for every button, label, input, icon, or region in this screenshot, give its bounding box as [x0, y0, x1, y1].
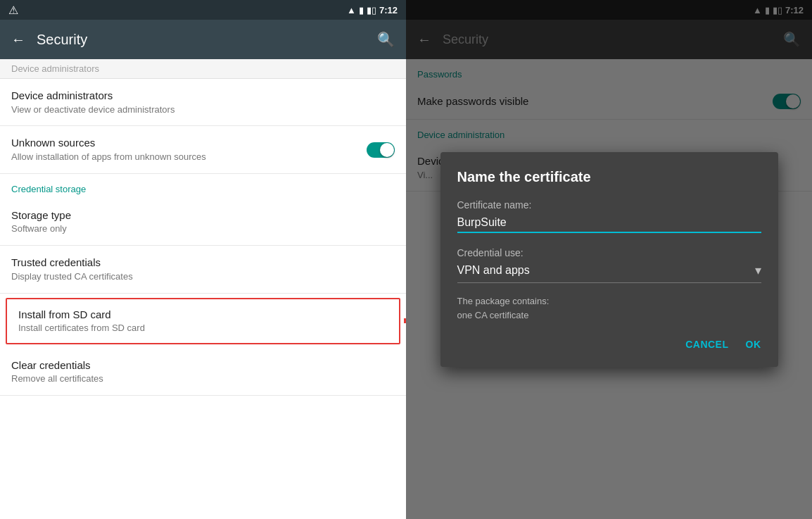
back-icon[interactable]: ←: [11, 32, 25, 48]
chevron-down-icon: ▾: [755, 263, 761, 278]
install-sd-inner: Install from SD card Install certificate…: [7, 299, 399, 343]
storage-type-subtitle: Software only: [11, 223, 395, 235]
left-toolbar: ← Security 🔍: [0, 20, 406, 59]
unknown-sources-title: Unknown sources: [11, 136, 206, 150]
section-header-device-admin-faded: Device administrators: [0, 59, 406, 79]
unknown-sources-toggle[interactable]: [367, 142, 395, 158]
left-settings-list: Device administrators Device administrat…: [0, 59, 406, 519]
toggle-knob: [380, 143, 394, 157]
unknown-sources-text: Unknown sources Allow installation of ap…: [11, 136, 206, 163]
clear-credentials-subtitle: Remove all certificates: [11, 373, 395, 385]
dialog-buttons: CANCEL OK: [457, 339, 761, 350]
unknown-sources-subtitle: Allow installation of apps from unknown …: [11, 151, 206, 163]
cert-name-input[interactable]: [457, 216, 761, 229]
cert-name-label: Certificate name:: [457, 199, 761, 211]
list-item-storage-type[interactable]: Storage type Software only: [0, 199, 406, 246]
wifi-icon: ▲: [347, 5, 356, 15]
trusted-credentials-title: Trusted credentials: [11, 256, 395, 270]
search-icon[interactable]: 🔍: [377, 31, 395, 48]
warning-icon: ⚠: [8, 4, 18, 17]
cancel-button[interactable]: CANCEL: [685, 339, 728, 350]
credential-use-label: Credential use:: [457, 247, 761, 258]
page-title: Security: [37, 32, 366, 48]
ok-button[interactable]: OK: [746, 339, 761, 350]
clear-credentials-title: Clear credentials: [11, 358, 395, 373]
credential-storage-label: Credential storage: [0, 174, 406, 199]
left-status-left: ⚠: [8, 4, 18, 17]
cert-name-input-wrapper: [457, 216, 761, 233]
battery-icon: ▮▯: [367, 5, 376, 15]
list-item-unknown-sources[interactable]: Unknown sources Allow installation of ap…: [0, 126, 406, 173]
dialog-title: Name the certificate: [457, 169, 761, 185]
right-panel: ▲ ▮ ▮▯ 7:12 ← Security 🔍 Passwords Make …: [406, 0, 812, 519]
install-sd-title: Install from SD card: [18, 308, 388, 322]
package-info: The package contains: one CA certificate: [457, 294, 761, 322]
package-info-line1: The package contains:: [457, 296, 550, 306]
signal-icon: ▮: [359, 5, 364, 15]
install-sd-subtitle: Install certificates from SD card: [18, 323, 388, 334]
package-info-line2: one CA certificate: [457, 310, 529, 320]
storage-type-title: Storage type: [11, 208, 395, 223]
name-certificate-dialog: Name the certificate Certificate name: C…: [440, 152, 778, 367]
list-item-device-administrators[interactable]: Device administrators View or deactivate…: [0, 79, 406, 126]
device-admin-subtitle: View or deactivate device administrators: [11, 104, 395, 116]
credential-use-value: VPN and apps: [457, 264, 530, 277]
list-item-clear-credentials[interactable]: Clear credentials Remove all certificate…: [0, 349, 406, 396]
dialog-overlay: Name the certificate Certificate name: C…: [406, 0, 812, 519]
device-admin-title: Device administrators: [11, 89, 395, 103]
time-display: 7:12: [379, 5, 398, 15]
credential-use-select[interactable]: VPN and apps ▾: [457, 263, 761, 283]
list-item-trusted-credentials[interactable]: Trusted credentials Display trusted CA c…: [0, 246, 406, 293]
left-status-right: ▲ ▮ ▮▯ 7:12: [347, 5, 398, 15]
left-panel: ⚠ ▲ ▮ ▮▯ 7:12 ← Security 🔍 Device admini…: [0, 0, 406, 519]
list-item-install-sd-highlighted[interactable]: Install from SD card Install certificate…: [6, 298, 400, 344]
trusted-credentials-subtitle: Display trusted CA certificates: [11, 271, 395, 283]
section-header-faded-text: Device administrators: [11, 63, 99, 74]
left-status-bar: ⚠ ▲ ▮ ▮▯ 7:12: [0, 0, 406, 20]
